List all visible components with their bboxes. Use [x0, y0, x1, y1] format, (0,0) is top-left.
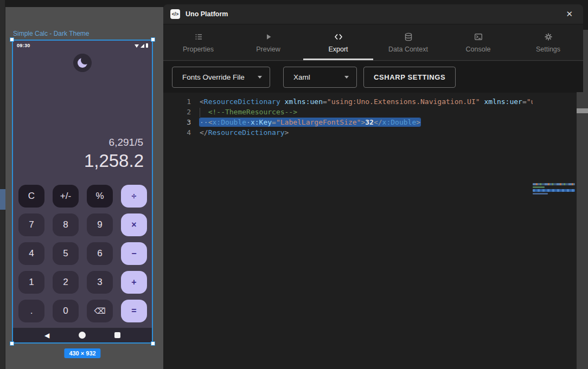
phone-statusbar: 09:30 — [13, 41, 152, 49]
key-7[interactable]: 7 — [18, 213, 44, 236]
code-line-4[interactable]: 4</ResourceDictionary> — [163, 127, 533, 138]
database-icon — [404, 32, 413, 42]
size-badge: 430 × 932 — [64, 348, 100, 358]
calculator-keypad: C+/-%÷789×456−123+.0⌫= — [18, 185, 147, 322]
moon-icon — [78, 58, 87, 68]
minimap[interactable] — [533, 183, 576, 196]
left-panel-handle[interactable] — [0, 189, 5, 210]
preview-play-icon — [264, 32, 273, 42]
tab-label: Console — [466, 46, 491, 53]
battery-icon — [146, 43, 148, 48]
code-editor[interactable]: 1<ResourceDictionary xmlns:uen="using:Un… — [163, 93, 583, 369]
scrollbar-track[interactable] — [577, 92, 588, 369]
code-line-3[interactable]: 3··<x:Double·x:Key="LabelLargeFontSize">… — [163, 117, 533, 127]
status-icons — [135, 43, 148, 48]
selection-handle-bottom-left[interactable] — [10, 341, 14, 346]
uno-platform-panel: </> Uno Platform ✕ PropertiesPreviewExpo… — [163, 4, 583, 369]
minimap-line — [533, 186, 545, 188]
tab-export[interactable]: Export — [303, 24, 373, 60]
gear-icon — [544, 32, 553, 42]
selection-handle-top-left[interactable] — [10, 37, 14, 42]
android-recents-icon[interactable] — [114, 332, 120, 338]
panel-header: </> Uno Platform ✕ — [163, 4, 583, 24]
signal-icon — [140, 44, 144, 48]
fonts-override-file-value: Fonts Override File — [182, 73, 245, 81]
key-add[interactable]: + — [121, 271, 147, 294]
line-content: </ResourceDictionary> — [200, 127, 289, 138]
key-percent[interactable]: % — [87, 185, 113, 208]
format-dropdown[interactable]: Xaml — [283, 67, 357, 88]
uno-platform-logo-icon: </> — [170, 9, 180, 19]
panel-tabs: PropertiesPreviewExportData ContextConso… — [163, 24, 583, 61]
dark-theme-toggle[interactable] — [73, 54, 92, 72]
line-number: 3 — [163, 117, 191, 127]
code-line-2[interactable]: 2 <!--ThemeResources--> — [163, 107, 533, 117]
line-number: 4 — [163, 127, 191, 138]
code-lines[interactable]: 1<ResourceDictionary xmlns:uen="using:Un… — [163, 96, 533, 138]
export-code-icon — [334, 32, 343, 42]
key-decimal[interactable]: . — [18, 300, 44, 322]
code-line-1[interactable]: 1<ResourceDictionary xmlns:uen="using:Un… — [163, 96, 533, 107]
tab-properties[interactable]: Properties — [163, 24, 233, 60]
export-toolbar: Fonts Override File Xaml CSHARP SETTINGS — [163, 61, 583, 93]
key-5[interactable]: 5 — [53, 242, 79, 265]
selection-handle-bottom-right[interactable] — [151, 341, 155, 346]
tab-console[interactable]: Console — [443, 24, 513, 60]
scrollbar-gutter[interactable] — [583, 30, 588, 92]
key-0[interactable]: 0 — [53, 300, 79, 322]
minimap-line — [533, 183, 575, 185]
status-time: 09:30 — [17, 43, 30, 48]
console-terminal-icon — [474, 32, 483, 42]
key-4[interactable]: 4 — [18, 242, 44, 265]
key-divide[interactable]: ÷ — [121, 185, 147, 208]
chevron-down-icon — [344, 76, 349, 79]
tab-label: Properties — [183, 46, 214, 53]
selection-handle-top-right[interactable] — [151, 37, 155, 42]
key-1[interactable]: 1 — [18, 271, 44, 294]
fonts-override-file-dropdown[interactable]: Fonts Override File — [172, 67, 270, 88]
tab-preview[interactable]: Preview — [233, 24, 303, 60]
key-multiply[interactable]: × — [121, 213, 147, 236]
key-8[interactable]: 8 — [53, 213, 79, 236]
key-backspace[interactable]: ⌫ — [87, 300, 113, 322]
android-back-icon[interactable]: ◀ — [44, 332, 49, 339]
panel-title: Uno Platform — [186, 10, 228, 18]
minimap-line — [533, 193, 548, 195]
phone-preview[interactable]: 09:30 6,291/5 1,258.2 C+/-%÷789×456−123+… — [12, 40, 153, 344]
format-value: Xaml — [293, 73, 310, 81]
key-clear[interactable]: C — [18, 185, 44, 208]
key-subtract[interactable]: − — [121, 242, 147, 265]
chevron-down-icon — [258, 76, 262, 79]
calc-expression: 6,291/5 — [109, 137, 143, 148]
tab-settings[interactable]: Settings — [513, 24, 583, 60]
activity-strip — [0, 0, 5, 369]
device-label: Simple Calc - Dark Theme — [13, 30, 89, 37]
properties-list-icon — [194, 32, 203, 42]
line-number: 2 — [163, 107, 191, 117]
key-3[interactable]: 3 — [87, 271, 113, 294]
close-icon[interactable]: ✕ — [563, 8, 576, 20]
minimap-selected-line — [533, 189, 575, 192]
tab-data-context[interactable]: Data Context — [373, 24, 443, 60]
tab-label: Preview — [256, 46, 280, 53]
line-content: ··<x:Double·x:Key="LabelLargeFontSize">3… — [200, 117, 420, 127]
tab-label: Data Context — [388, 46, 428, 53]
tab-label: Export — [328, 46, 348, 53]
tab-label: Settings — [536, 46, 560, 53]
key-2[interactable]: 2 — [53, 271, 79, 294]
key-equals[interactable]: = — [121, 300, 147, 322]
code-selection: ··<x:Double·x:Key="LabelLargeFontSize">3… — [200, 118, 420, 126]
line-content: <!--ThemeResources--> — [200, 107, 297, 117]
line-number: 1 — [163, 96, 191, 107]
wifi-icon — [135, 44, 139, 48]
key-plus-minus[interactable]: +/- — [53, 185, 79, 208]
csharp-settings-button[interactable]: CSHARP SETTINGS — [363, 67, 456, 88]
android-navbar: ◀ — [13, 328, 152, 342]
key-9[interactable]: 9 — [87, 213, 113, 236]
calc-result: 1,258.2 — [84, 151, 144, 171]
android-home-icon[interactable] — [79, 332, 86, 339]
key-6[interactable]: 6 — [87, 242, 113, 265]
line-content: <ResourceDictionary xmlns:uen="using:Uno… — [200, 96, 533, 107]
scrollbar-thumb[interactable] — [577, 108, 588, 113]
